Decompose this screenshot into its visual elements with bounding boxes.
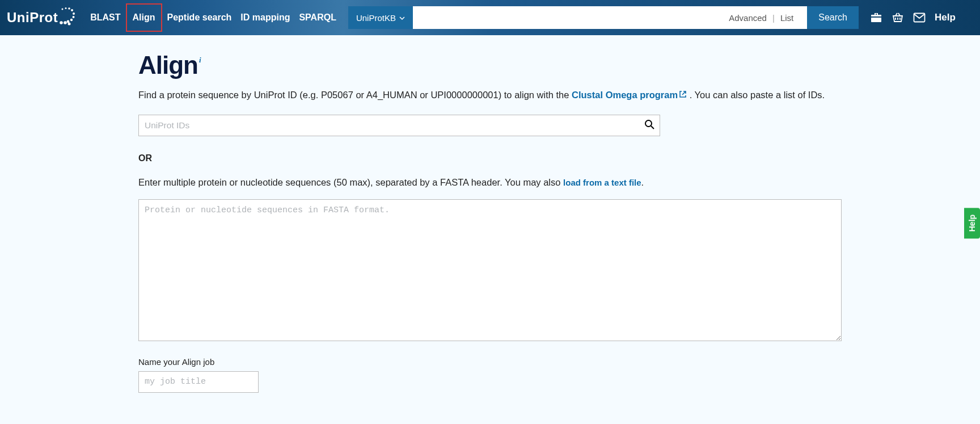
svg-point-8 (60, 21, 63, 24)
basket-icon[interactable] (892, 11, 904, 24)
svg-point-5 (73, 16, 75, 18)
intro-pre: Find a protein sequence by UniProt ID (e… (138, 90, 572, 100)
intro-post: . You can also paste a list of IDs. (687, 90, 825, 100)
svg-point-6 (70, 19, 73, 21)
search-icon[interactable] (644, 119, 654, 132)
id-input-wrap (138, 115, 660, 136)
search-area: UniProtKB Advanced | List Search (348, 6, 859, 29)
page-title: Align (138, 51, 198, 79)
svg-point-9 (64, 21, 67, 24)
search-box: Advanced | List (413, 6, 807, 29)
load-from-file-link[interactable]: load from a text file (563, 178, 641, 187)
intro-text: Find a protein sequence by UniProt ID (e… (138, 89, 842, 102)
job-name-input[interactable] (138, 371, 259, 393)
fasta-textarea[interactable] (138, 199, 842, 341)
search-button[interactable]: Search (807, 6, 859, 29)
help-link[interactable]: Help (935, 12, 956, 23)
list-link[interactable]: List (780, 13, 793, 23)
instruction-text: Enter multiple protein or nucleotide seq… (138, 177, 842, 188)
clustal-omega-link[interactable]: Clustal Omega program (572, 90, 687, 100)
search-input[interactable] (420, 6, 729, 29)
envelope-icon[interactable] (913, 11, 926, 24)
instr-post: . (641, 177, 644, 187)
svg-point-0 (62, 9, 64, 10)
header-right: Help (870, 11, 956, 24)
logo-dots-icon (59, 7, 76, 28)
divider: | (772, 13, 775, 23)
nav-blast[interactable]: BLAST (86, 8, 124, 27)
db-select-label: UniProtKB (356, 13, 396, 23)
info-icon[interactable]: i (199, 56, 201, 65)
title-row: Align i (138, 51, 842, 79)
nav-peptide-search[interactable]: Peptide search (163, 8, 236, 27)
svg-point-1 (65, 7, 67, 9)
logo[interactable]: UniProt (7, 7, 76, 28)
search-extras: Advanced | List (729, 13, 800, 23)
nav: BLAST Align Peptide search ID mapping SP… (86, 3, 340, 32)
logo-text: UniProt (7, 10, 58, 26)
svg-point-2 (68, 7, 70, 10)
side-help-tab[interactable]: Help (964, 208, 980, 238)
main: Align i Find a protein sequence by UniPr… (127, 35, 853, 409)
toolbox-icon[interactable] (870, 11, 882, 24)
external-link-icon (679, 89, 687, 102)
db-select[interactable]: UniProtKB (348, 6, 413, 29)
chevron-down-icon (399, 13, 405, 23)
nav-id-mapping[interactable]: ID mapping (236, 8, 294, 27)
nav-sparql[interactable]: SPARQL (295, 8, 340, 27)
uniprot-ids-input[interactable] (138, 115, 660, 136)
header: UniProt BLAST Align Peptide search ID ma… (0, 0, 980, 35)
advanced-link[interactable]: Advanced (729, 13, 767, 23)
instr-pre: Enter multiple protein or nucleotide seq… (138, 177, 563, 187)
svg-point-3 (71, 9, 73, 11)
svg-point-12 (645, 120, 652, 127)
nav-align[interactable]: Align (126, 3, 162, 32)
svg-point-10 (68, 23, 71, 26)
job-name-label: Name your Align job (138, 357, 842, 367)
or-label: OR (138, 153, 842, 163)
svg-point-4 (73, 12, 75, 15)
svg-line-13 (651, 126, 654, 129)
